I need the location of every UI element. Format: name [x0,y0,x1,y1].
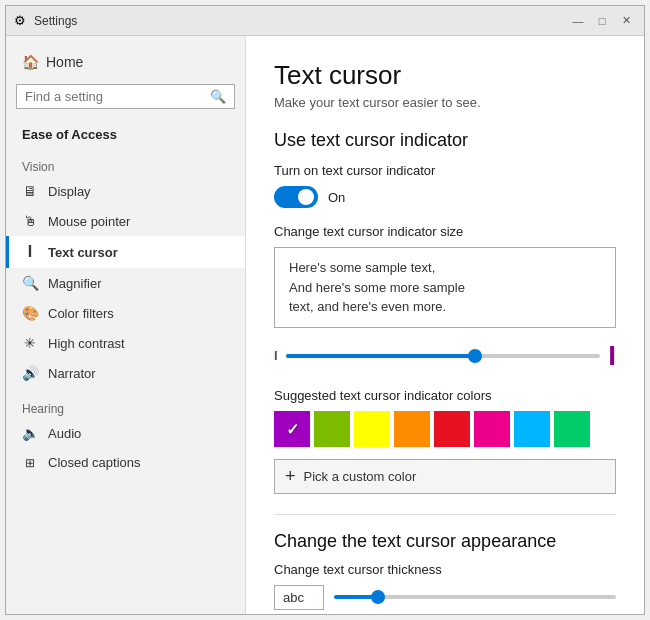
color-swatch-6[interactable] [514,411,550,447]
titlebar: ⚙ Settings — □ ✕ [6,6,644,36]
sidebar-item-high-contrast[interactable]: ✳ High contrast [6,328,245,358]
closed-captions-icon: ⊞ [22,456,38,470]
sidebar-item-narrator[interactable]: 🔊 Narrator [6,358,245,388]
sidebar-item-label: Magnifier [48,276,101,291]
sidebar-item-closed-captions[interactable]: ⊞ Closed captions [6,448,245,477]
sidebar-item-display[interactable]: 🖥 Display [6,176,245,206]
sidebar-item-label: Mouse pointer [48,214,130,229]
settings-icon: ⚙ [14,13,26,28]
cursor-indicator-toggle[interactable] [274,186,318,208]
search-icon: 🔍 [210,89,226,104]
size-slider-track[interactable] [286,354,601,358]
sidebar-item-label: High contrast [48,336,125,351]
page-subtitle: Make your text cursor easier to see. [274,95,616,110]
slider-cursor-small-icon: I [274,348,278,363]
home-label: Home [46,54,83,70]
sidebar-item-label: Closed captions [48,455,141,470]
custom-color-button[interactable]: + Pick a custom color [274,459,616,494]
colors-label: Suggested text cursor indicator colors [274,388,616,403]
sidebar-item-home[interactable]: 🏠 Home [6,46,245,78]
search-box: 🔍 [16,84,235,109]
content-area: 🏠 Home 🔍 Ease of Access Vision 🖥 Display… [6,36,644,614]
section-divider [274,514,616,515]
sidebar-item-label: Audio [48,426,81,441]
color-filters-icon: 🎨 [22,305,38,321]
toggle-row: On [274,186,616,208]
sidebar: 🏠 Home 🔍 Ease of Access Vision 🖥 Display… [6,36,246,614]
narrator-icon: 🔊 [22,365,38,381]
maximize-button[interactable]: □ [592,11,612,31]
sidebar-section-title: Ease of Access [6,119,245,146]
thickness-row: abc [274,585,616,610]
thickness-slider-track[interactable] [334,595,616,599]
thickness-preview: abc [274,585,324,610]
audio-icon: 🔈 [22,425,38,441]
toggle-state-label: On [328,190,345,205]
text-cursor-icon: I [22,243,38,261]
settings-window: ⚙ Settings — □ ✕ 🏠 Home 🔍 Ease of Access [5,5,645,615]
sidebar-item-label: Text cursor [48,245,118,260]
titlebar-left: ⚙ Settings [14,13,77,28]
magnifier-icon: 🔍 [22,275,38,291]
titlebar-title: Settings [34,14,77,28]
preview-line-3: text, and here's even more. [289,297,601,317]
color-swatch-7[interactable] [554,411,590,447]
size-slider-thumb[interactable] [468,349,482,363]
home-icon: 🏠 [22,54,38,70]
sidebar-item-color-filters[interactable]: 🎨 Color filters [6,298,245,328]
color-swatches-container [274,411,616,447]
indicator-section-title: Use text cursor indicator [274,130,616,151]
toggle-thumb [298,189,314,205]
toggle-label: Turn on text cursor indicator [274,163,616,178]
color-swatch-5[interactable] [474,411,510,447]
high-contrast-icon: ✳ [22,335,38,351]
titlebar-controls: — □ ✕ [568,11,636,31]
sidebar-item-magnifier[interactable]: 🔍 Magnifier [6,268,245,298]
sidebar-item-label: Narrator [48,366,96,381]
minimize-button[interactable]: — [568,11,588,31]
mouse-pointer-icon: 🖱 [22,213,38,229]
sidebar-item-label: Color filters [48,306,114,321]
thickness-slider-fill [334,595,376,599]
cursor-preview-box: Here's some sample text, And here's some… [274,247,616,328]
size-slider-fill [286,354,475,358]
display-icon: 🖥 [22,183,38,199]
appearance-section-title: Change the text cursor appearance [274,531,616,552]
main-content: Text cursor Make your text cursor easier… [246,36,644,614]
sidebar-item-audio[interactable]: 🔈 Audio [6,418,245,448]
category-vision: Vision [6,154,245,176]
color-swatch-1[interactable] [314,411,350,447]
sidebar-item-mouse-pointer[interactable]: 🖱 Mouse pointer [6,206,245,236]
color-swatch-3[interactable] [394,411,430,447]
sidebar-item-text-cursor[interactable]: I Text cursor [6,236,245,268]
page-title: Text cursor [274,60,616,91]
plus-icon: + [285,466,296,487]
sidebar-item-label: Display [48,184,91,199]
color-swatch-0[interactable] [274,411,310,447]
size-label: Change text cursor indicator size [274,224,616,239]
category-hearing: Hearing [6,396,245,418]
custom-color-label: Pick a custom color [304,469,417,484]
search-input[interactable] [25,89,210,104]
thickness-slider-thumb[interactable] [371,590,385,604]
thickness-label: Change text cursor thickness [274,562,616,577]
close-button[interactable]: ✕ [616,11,636,31]
preview-line-1: Here's some sample text, [289,258,601,278]
color-swatch-4[interactable] [434,411,470,447]
slider-cursor-large-icon: I [608,340,616,372]
preview-line-2: And here's some more sample [289,278,601,298]
color-swatch-2[interactable] [354,411,390,447]
size-slider-row: I I [274,340,616,372]
